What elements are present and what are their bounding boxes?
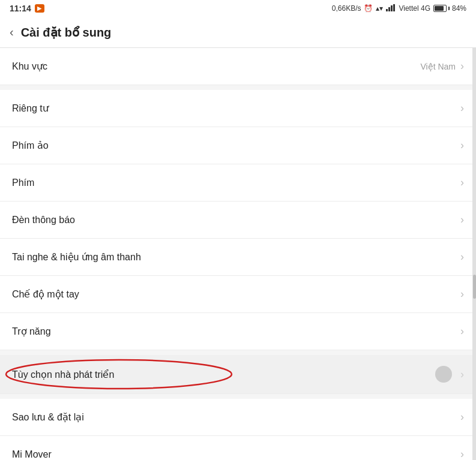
notification-icon: ▶: [35, 4, 44, 13]
settings-right-tro-nang: ›: [460, 325, 464, 338]
settings-item-che-do-mot-tay[interactable]: Chế độ một tay ›: [0, 276, 476, 313]
separator-2: [0, 350, 476, 355]
svg-rect-3: [393, 4, 395, 11]
toggle-indicator: [435, 366, 452, 383]
settings-label-phim: Phím: [12, 178, 460, 188]
chevron-icon-phim-ao: ›: [460, 139, 464, 152]
phone-screen: 11:14 ▶ 0,66KB/s ⏰ ▴▾ Viettel 4G: [0, 0, 476, 460]
settings-item-tuy-chon-nha-phat-trien[interactable]: Tùy chọn nhà phát triển ›: [0, 355, 476, 394]
settings-right-khu-vuc: Việt Nam ›: [420, 60, 464, 73]
settings-item-tro-nang[interactable]: Trợ năng ›: [0, 313, 476, 350]
separator-1: [0, 85, 476, 90]
separator-3: [0, 394, 476, 399]
chevron-icon-tuy-chon-nha-phat-trien: ›: [460, 368, 464, 381]
settings-value-khu-vuc: Việt Nam: [420, 62, 456, 71]
status-right: 0,66KB/s ⏰ ▴▾ Viettel 4G 84%: [332, 4, 466, 13]
settings-label-che-do-mot-tay: Chế độ một tay: [12, 288, 460, 300]
settings-label-mi-mover: Mi Mover: [12, 449, 460, 460]
chevron-icon-tai-nghe: ›: [460, 251, 464, 263]
settings-right-sao-luu: ›: [460, 411, 464, 423]
settings-right-phim: ›: [460, 176, 464, 189]
settings-label-khu-vuc: Khu vực: [12, 61, 420, 72]
svg-rect-2: [391, 5, 393, 11]
svg-rect-1: [388, 7, 390, 11]
page-title: Cài đặt bổ sung: [21, 25, 112, 40]
header: ‹ Cài đặt bổ sung: [0, 17, 476, 48]
wifi-icon: ▴▾: [376, 4, 383, 13]
status-time: 11:14: [10, 4, 31, 13]
chevron-icon-khu-vuc: ›: [460, 60, 464, 73]
settings-item-tai-nghe[interactable]: Tai nghe & hiệu ứng âm thanh ›: [0, 239, 476, 276]
settings-right-tai-nghe: ›: [460, 251, 464, 263]
network-speed: 0,66KB/s: [332, 4, 361, 13]
chevron-icon-phim: ›: [460, 176, 464, 189]
chevron-icon-sao-luu: ›: [460, 411, 464, 423]
scroll-indicator: [472, 48, 476, 460]
settings-right-den-thong-bao: ›: [460, 214, 464, 226]
back-button[interactable]: ‹: [10, 25, 14, 39]
settings-label-tro-nang: Trợ năng: [12, 326, 460, 337]
settings-label-rieng-tu: Riêng tư: [12, 103, 460, 114]
scroll-thumb: [473, 275, 476, 299]
settings-label-tai-nghe: Tai nghe & hiệu ứng âm thanh: [12, 251, 460, 263]
settings-item-rieng-tu[interactable]: Riêng tư ›: [0, 90, 476, 127]
chevron-icon-tro-nang: ›: [460, 325, 464, 338]
settings-item-den-thong-bao[interactable]: Đèn thông báo ›: [0, 202, 476, 239]
settings-right-phim-ao: ›: [460, 139, 464, 152]
settings-list: Khu vực Việt Nam › Riêng tư › Phím ảo ›: [0, 48, 476, 460]
chevron-icon-den-thong-bao: ›: [460, 214, 464, 226]
chevron-icon-mi-mover: ›: [460, 448, 464, 460]
status-bar: 11:14 ▶ 0,66KB/s ⏰ ▴▾ Viettel 4G: [0, 0, 476, 17]
carrier: Viettel 4G: [399, 4, 430, 13]
settings-right-rieng-tu: ›: [460, 102, 464, 115]
alarm-icon: ⏰: [364, 4, 373, 13]
settings-item-sao-luu[interactable]: Sao lưu & đặt lại ›: [0, 399, 476, 436]
battery-percent: 84%: [452, 4, 466, 13]
settings-right-mi-mover: ›: [460, 448, 464, 460]
settings-item-phim-ao[interactable]: Phím ảo ›: [0, 127, 476, 164]
status-left: 11:14 ▶: [10, 4, 44, 13]
settings-right-tuy-chon-nha-phat-trien: ›: [435, 366, 464, 383]
settings-item-khu-vuc[interactable]: Khu vực Việt Nam ›: [0, 48, 476, 85]
settings-item-phim[interactable]: Phím ›: [0, 164, 476, 202]
settings-label-den-thong-bao: Đèn thông báo: [12, 215, 460, 226]
signal-icon: [386, 4, 396, 13]
chevron-icon-che-do-mot-tay: ›: [460, 288, 464, 300]
battery-icon: 84%: [433, 4, 466, 13]
settings-label-sao-luu: Sao lưu & đặt lại: [12, 411, 460, 423]
settings-label-tuy-chon-nha-phat-trien: Tùy chọn nhà phát triển: [12, 369, 435, 380]
settings-item-mi-mover[interactable]: Mi Mover ›: [0, 436, 476, 460]
svg-rect-0: [386, 9, 388, 11]
settings-label-phim-ao: Phím ảo: [12, 140, 460, 151]
settings-right-che-do-mot-tay: ›: [460, 288, 464, 300]
chevron-icon-rieng-tu: ›: [460, 102, 464, 115]
